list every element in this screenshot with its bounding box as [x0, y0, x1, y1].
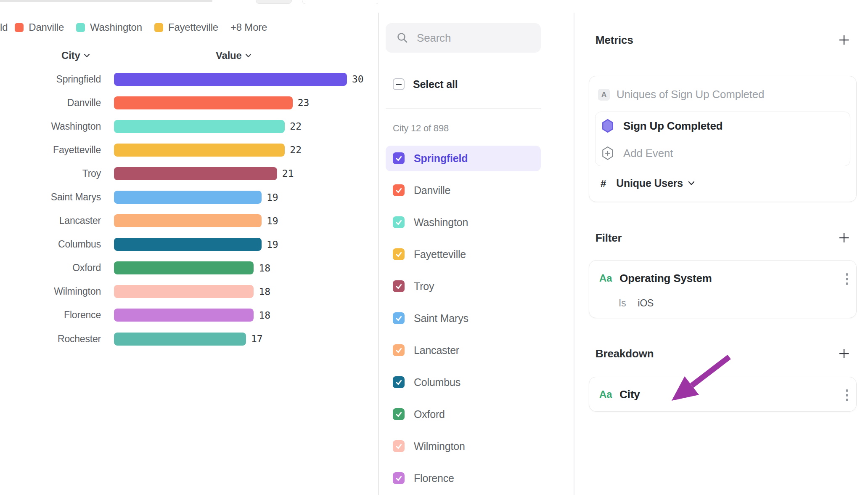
chart-row: Columbus 19	[0, 233, 381, 256]
legend-more-button[interactable]: +8 More	[230, 21, 267, 33]
city-name: Columbus	[414, 376, 460, 389]
plus-icon	[838, 232, 850, 244]
select-all-row[interactable]: Select all	[378, 75, 574, 93]
legend-swatch	[154, 23, 163, 32]
city-checkbox[interactable]	[393, 312, 405, 324]
city-name: Springfield	[414, 152, 468, 165]
chart-row: Troy 21	[0, 162, 381, 185]
breakdown-menu-button[interactable]	[842, 388, 852, 402]
metrics-section-title: Metrics	[595, 34, 633, 47]
city-list-item[interactable]: Fayetteville	[378, 238, 574, 270]
filter-value[interactable]: iOS	[638, 298, 654, 309]
add-filter-button[interactable]	[837, 231, 851, 245]
bar[interactable]	[114, 261, 254, 274]
bar-value-label: 17	[251, 333, 263, 344]
city-list-item[interactable]: Wilmington	[378, 430, 574, 462]
legend-item[interactable]: Danville	[15, 21, 64, 33]
city-checkbox[interactable]	[393, 184, 405, 196]
top-toolbar-fragment	[0, 0, 212, 2]
legend-item[interactable]: Washington	[76, 21, 142, 33]
bar-value-label: 22	[290, 144, 302, 155]
bar[interactable]	[114, 309, 254, 322]
checkmark-icon	[395, 187, 402, 194]
city-checkbox[interactable]	[393, 440, 405, 452]
sort-header-city[interactable]: City	[61, 49, 90, 62]
select-all-checkbox[interactable]	[393, 78, 405, 90]
city-list-item[interactable]: Washington	[378, 206, 574, 238]
filter-condition-row: Is iOS	[619, 298, 654, 309]
add-breakdown-button[interactable]	[837, 346, 851, 361]
bar-category-label: Springfield	[0, 74, 101, 85]
bar-category-label: Rochester	[0, 333, 101, 345]
checkmark-icon	[395, 411, 402, 418]
city-list-item[interactable]: Troy	[378, 270, 574, 302]
bar[interactable]	[114, 333, 246, 346]
legend-swatch	[15, 23, 24, 32]
chart-row: Rochester 17	[0, 327, 381, 351]
city-list-item[interactable]: Lancaster	[378, 334, 574, 366]
legend-item-clipped[interactable]: ld	[0, 21, 8, 33]
city-list-item[interactable]: Danville	[378, 174, 574, 206]
bar-value-label: 30	[352, 74, 364, 85]
city-checkbox[interactable]	[393, 152, 405, 164]
checkmark-icon	[395, 283, 402, 290]
metric-letter-badge: A	[598, 89, 610, 101]
bar[interactable]	[114, 285, 254, 298]
bar-category-label: Lancaster	[0, 215, 101, 226]
breakdown-property-row[interactable]: Aa City	[599, 387, 640, 402]
event-row[interactable]: Sign Up Completed	[601, 119, 722, 133]
bar[interactable]	[114, 96, 293, 109]
aggregation-selector[interactable]: # Unique Users	[601, 177, 695, 189]
bar[interactable]	[114, 167, 277, 180]
city-list-item[interactable]: Columbus	[378, 366, 574, 398]
bar[interactable]	[114, 214, 262, 227]
bar-value-label: 22	[290, 121, 302, 132]
add-metric-button[interactable]	[837, 33, 851, 47]
city-name: Troy	[414, 280, 434, 293]
city-name: Wilmington	[414, 440, 465, 452]
city-list-item[interactable]: Florence	[378, 462, 574, 494]
bar[interactable]	[114, 73, 347, 86]
filter-operator[interactable]: Is	[619, 298, 626, 309]
city-checkbox[interactable]	[393, 216, 405, 228]
legend-swatch	[76, 23, 85, 32]
filter-menu-button[interactable]	[842, 272, 852, 286]
filter-section-title: Filter	[595, 232, 622, 245]
chart-row: Saint Marys 19	[0, 185, 381, 209]
city-checkbox[interactable]	[393, 280, 405, 292]
string-type-badge: Aa	[599, 389, 612, 400]
legend-item[interactable]: Fayetteville	[154, 21, 218, 33]
checkmark-icon	[395, 475, 402, 482]
bar-value-label: 21	[282, 168, 294, 179]
city-list-item[interactable]: Springfield	[378, 142, 574, 174]
chart-legend: ld Danville Washington Fayetteville +8 M…	[0, 22, 267, 33]
add-event-button[interactable]: Add Event	[601, 146, 673, 160]
event-hexagon-icon	[601, 119, 614, 133]
bar-value-label: 18	[259, 310, 270, 321]
city-checkbox[interactable]	[393, 472, 405, 484]
sort-header-value[interactable]: Value	[216, 49, 251, 62]
breakdown-card: Aa City	[589, 377, 857, 412]
bar-category-label: Troy	[0, 168, 101, 179]
chart-row: Danville 23	[0, 91, 381, 114]
city-checkbox[interactable]	[393, 408, 405, 420]
bar[interactable]	[114, 144, 285, 157]
city-name: Danville	[414, 184, 450, 197]
bar[interactable]	[114, 238, 262, 251]
bar-value-label: 18	[259, 286, 270, 297]
city-list-item[interactable]: Oxford	[378, 398, 574, 430]
chart-row: Fayetteville 22	[0, 138, 381, 162]
city-checkbox[interactable]	[393, 376, 405, 388]
top-button-fragment	[302, 0, 379, 4]
city-list-item[interactable]: Saint Marys	[378, 302, 574, 334]
bar[interactable]	[114, 120, 285, 133]
bar-category-label: Saint Marys	[0, 192, 101, 203]
search-box[interactable]	[386, 23, 541, 53]
bar-category-label: Wilmington	[0, 286, 101, 297]
city-checkbox[interactable]	[393, 248, 405, 260]
city-checkbox[interactable]	[393, 344, 405, 356]
filter-property-row[interactable]: Aa Operating System	[599, 271, 712, 285]
metric-summary-row[interactable]: A Uniques of Sign Up Completed	[598, 88, 764, 101]
search-input[interactable]	[416, 31, 535, 45]
bar[interactable]	[114, 191, 262, 204]
